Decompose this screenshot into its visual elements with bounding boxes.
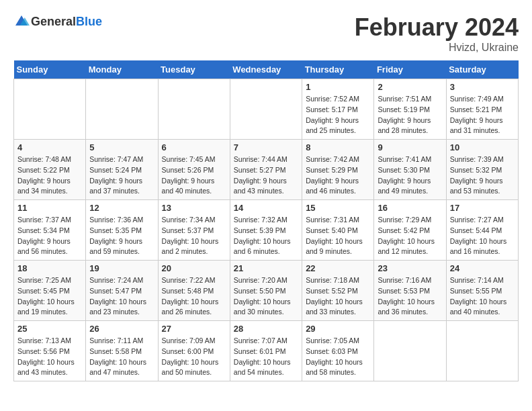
day-info: Sunrise: 7:37 AM Sunset: 5:34 PM Dayligh…	[17, 215, 82, 257]
calendar-cell: 18Sunrise: 7:25 AM Sunset: 5:45 PM Dayli…	[14, 261, 86, 321]
day-number: 8	[306, 142, 370, 152]
day-info: Sunrise: 7:14 AM Sunset: 5:55 PM Dayligh…	[450, 275, 515, 318]
calendar-cell: 1Sunrise: 7:52 AM Sunset: 5:17 PM Daylig…	[302, 79, 374, 140]
day-info: Sunrise: 7:45 AM Sunset: 5:26 PM Dayligh…	[162, 154, 226, 197]
day-info: Sunrise: 7:44 AM Sunset: 5:27 PM Dayligh…	[234, 154, 298, 197]
day-number: 25	[17, 324, 82, 334]
calendar-cell: 10Sunrise: 7:39 AM Sunset: 5:32 PM Dayli…	[446, 140, 518, 200]
calendar-cell: 13Sunrise: 7:34 AM Sunset: 5:37 PM Dayli…	[158, 200, 230, 261]
calendar-cell: 9Sunrise: 7:41 AM Sunset: 5:30 PM Daylig…	[374, 140, 446, 200]
calendar-cell: 26Sunrise: 7:11 AM Sunset: 5:58 PM Dayli…	[86, 321, 158, 381]
calendar-cell: 5Sunrise: 7:47 AM Sunset: 5:24 PM Daylig…	[86, 140, 158, 200]
week-row-5: 25Sunrise: 7:13 AM Sunset: 5:56 PM Dayli…	[14, 321, 519, 381]
calendar-cell: 17Sunrise: 7:27 AM Sunset: 5:44 PM Dayli…	[446, 200, 518, 261]
day-info: Sunrise: 7:52 AM Sunset: 5:17 PM Dayligh…	[306, 94, 370, 136]
day-info: Sunrise: 7:24 AM Sunset: 5:47 PM Dayligh…	[89, 275, 154, 318]
calendar-cell: 16Sunrise: 7:29 AM Sunset: 5:42 PM Dayli…	[374, 200, 446, 261]
week-row-3: 11Sunrise: 7:37 AM Sunset: 5:34 PM Dayli…	[14, 200, 519, 261]
day-number: 19	[89, 263, 154, 273]
calendar-cell	[446, 321, 518, 381]
calendar-cell: 24Sunrise: 7:14 AM Sunset: 5:55 PM Dayli…	[446, 261, 518, 321]
day-number: 14	[234, 203, 298, 213]
day-number: 1	[306, 82, 370, 92]
day-number: 3	[450, 82, 515, 92]
day-info: Sunrise: 7:42 AM Sunset: 5:29 PM Dayligh…	[306, 154, 370, 197]
day-info: Sunrise: 7:22 AM Sunset: 5:48 PM Dayligh…	[162, 275, 226, 318]
day-number: 28	[234, 324, 298, 334]
day-info: Sunrise: 7:11 AM Sunset: 5:58 PM Dayligh…	[89, 336, 154, 378]
weekday-header-thursday: Thursday	[302, 60, 374, 79]
day-number: 16	[378, 203, 442, 213]
week-row-1: 1Sunrise: 7:52 AM Sunset: 5:17 PM Daylig…	[14, 79, 519, 140]
logo-icon	[13, 13, 30, 30]
day-number: 22	[306, 263, 370, 273]
day-number: 12	[89, 203, 154, 213]
day-number: 13	[162, 203, 226, 213]
week-row-2: 4Sunrise: 7:48 AM Sunset: 5:22 PM Daylig…	[14, 140, 519, 200]
day-info: Sunrise: 7:29 AM Sunset: 5:42 PM Dayligh…	[378, 215, 442, 257]
day-info: Sunrise: 7:41 AM Sunset: 5:30 PM Dayligh…	[378, 154, 442, 197]
calendar-cell: 25Sunrise: 7:13 AM Sunset: 5:56 PM Dayli…	[14, 321, 86, 381]
calendar-cell: 15Sunrise: 7:31 AM Sunset: 5:40 PM Dayli…	[302, 200, 374, 261]
weekday-header-monday: Monday	[86, 60, 158, 79]
day-info: Sunrise: 7:13 AM Sunset: 5:56 PM Dayligh…	[17, 336, 82, 378]
calendar-cell: 20Sunrise: 7:22 AM Sunset: 5:48 PM Dayli…	[158, 261, 230, 321]
day-number: 18	[17, 263, 82, 273]
day-number: 11	[17, 203, 82, 213]
day-info: Sunrise: 7:31 AM Sunset: 5:40 PM Dayligh…	[306, 215, 370, 257]
day-info: Sunrise: 7:27 AM Sunset: 5:44 PM Dayligh…	[450, 215, 515, 257]
day-number: 5	[89, 142, 154, 152]
day-number: 2	[378, 82, 442, 92]
day-number: 21	[234, 263, 298, 273]
weekday-header-sunday: Sunday	[14, 60, 86, 79]
weekday-header-wednesday: Wednesday	[230, 60, 302, 79]
day-number: 20	[162, 263, 226, 273]
calendar-cell: 27Sunrise: 7:09 AM Sunset: 6:00 PM Dayli…	[158, 321, 230, 381]
day-number: 15	[306, 203, 370, 213]
main-title: February 2024	[355, 13, 519, 42]
day-info: Sunrise: 7:20 AM Sunset: 5:50 PM Dayligh…	[234, 275, 298, 318]
day-info: Sunrise: 7:36 AM Sunset: 5:35 PM Dayligh…	[89, 215, 154, 257]
calendar-cell: 23Sunrise: 7:16 AM Sunset: 5:53 PM Dayli…	[374, 261, 446, 321]
day-number: 24	[450, 263, 515, 273]
day-info: Sunrise: 7:25 AM Sunset: 5:45 PM Dayligh…	[17, 275, 82, 318]
calendar-cell: 6Sunrise: 7:45 AM Sunset: 5:26 PM Daylig…	[158, 140, 230, 200]
day-info: Sunrise: 7:47 AM Sunset: 5:24 PM Dayligh…	[89, 154, 154, 197]
day-number: 27	[162, 324, 226, 334]
day-info: Sunrise: 7:39 AM Sunset: 5:32 PM Dayligh…	[450, 154, 515, 197]
calendar-cell	[374, 321, 446, 381]
day-info: Sunrise: 7:51 AM Sunset: 5:19 PM Dayligh…	[378, 94, 442, 136]
calendar-cell	[158, 79, 230, 140]
day-info: Sunrise: 7:48 AM Sunset: 5:22 PM Dayligh…	[17, 154, 82, 197]
calendar-cell: 4Sunrise: 7:48 AM Sunset: 5:22 PM Daylig…	[14, 140, 86, 200]
day-info: Sunrise: 7:07 AM Sunset: 6:01 PM Dayligh…	[234, 336, 298, 378]
calendar-cell: 12Sunrise: 7:36 AM Sunset: 5:35 PM Dayli…	[86, 200, 158, 261]
logo: GeneralBlue	[13, 13, 102, 30]
day-number: 23	[378, 263, 442, 273]
calendar-cell: 29Sunrise: 7:05 AM Sunset: 6:03 PM Dayli…	[302, 321, 374, 381]
day-info: Sunrise: 7:32 AM Sunset: 5:39 PM Dayligh…	[234, 215, 298, 257]
calendar-cell: 7Sunrise: 7:44 AM Sunset: 5:27 PM Daylig…	[230, 140, 302, 200]
week-row-4: 18Sunrise: 7:25 AM Sunset: 5:45 PM Dayli…	[14, 261, 519, 321]
day-number: 17	[450, 203, 515, 213]
calendar-cell: 28Sunrise: 7:07 AM Sunset: 6:01 PM Dayli…	[230, 321, 302, 381]
day-number: 9	[378, 142, 442, 152]
weekday-header-saturday: Saturday	[446, 60, 518, 79]
weekday-header-friday: Friday	[374, 60, 446, 79]
calendar-cell	[230, 79, 302, 140]
day-info: Sunrise: 7:49 AM Sunset: 5:21 PM Dayligh…	[450, 94, 515, 136]
day-info: Sunrise: 7:34 AM Sunset: 5:37 PM Dayligh…	[162, 215, 226, 257]
day-number: 4	[17, 142, 82, 152]
calendar-cell	[86, 79, 158, 140]
calendar-cell: 22Sunrise: 7:18 AM Sunset: 5:52 PM Dayli…	[302, 261, 374, 321]
calendar-cell: 8Sunrise: 7:42 AM Sunset: 5:29 PM Daylig…	[302, 140, 374, 200]
logo-text-blue: Blue	[76, 15, 102, 28]
calendar-cell: 11Sunrise: 7:37 AM Sunset: 5:34 PM Dayli…	[14, 200, 86, 261]
calendar-cell: 19Sunrise: 7:24 AM Sunset: 5:47 PM Dayli…	[86, 261, 158, 321]
calendar-table: SundayMondayTuesdayWednesdayThursdayFrid…	[13, 60, 519, 381]
day-number: 7	[234, 142, 298, 152]
calendar-cell	[14, 79, 86, 140]
logo-text-general: General	[31, 15, 76, 28]
day-info: Sunrise: 7:05 AM Sunset: 6:03 PM Dayligh…	[306, 336, 370, 378]
calendar-cell: 14Sunrise: 7:32 AM Sunset: 5:39 PM Dayli…	[230, 200, 302, 261]
